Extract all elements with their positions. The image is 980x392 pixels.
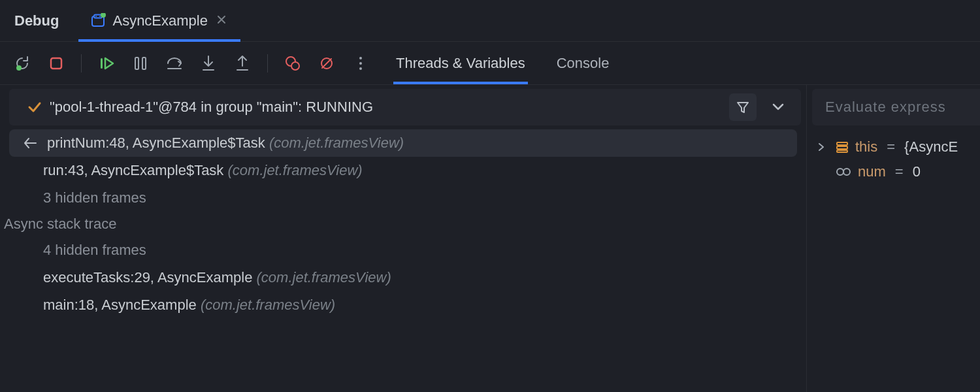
frame-text: run:43, AsyncExample$Task — [43, 162, 223, 178]
drop-frame-icon — [24, 136, 38, 150]
variable-row[interactable]: num = 0 — [817, 159, 980, 184]
more-button[interactable] — [351, 54, 370, 73]
app-icon — [90, 13, 106, 29]
svg-line-18 — [322, 59, 331, 68]
svg-point-27 — [843, 169, 850, 175]
svg-point-20 — [359, 62, 362, 65]
resume-button[interactable] — [97, 54, 116, 73]
view-breakpoints-button[interactable] — [284, 54, 302, 73]
frame-text: printNum:48, AsyncExample$Task — [47, 135, 265, 151]
thread-selector[interactable]: "pool-1-thread-1"@784 in group "main": R… — [9, 89, 801, 125]
step-into-button[interactable] — [199, 54, 218, 73]
close-icon[interactable] — [214, 11, 229, 30]
variables-list: this = {{AsyncEAsyncE num = 0 — [807, 129, 980, 184]
check-icon — [27, 100, 42, 114]
chevron-right-icon[interactable] — [817, 139, 829, 155]
svg-point-21 — [359, 67, 362, 70]
svg-rect-8 — [135, 57, 139, 69]
stack-frame[interactable]: main:18, AsyncExample (com.jet.framesVie… — [0, 291, 806, 319]
hidden-frames-label[interactable]: 3 hidden frames — [0, 184, 806, 212]
stack-frame[interactable]: run:43, AsyncExample$Task (com.jet.frame… — [0, 157, 806, 184]
tool-window-title: Debug — [0, 12, 78, 29]
svg-point-26 — [837, 169, 843, 175]
frame-package: (com.jet.framesView) — [228, 162, 363, 178]
svg-rect-25 — [837, 150, 847, 152]
svg-point-5 — [16, 65, 22, 71]
svg-point-2 — [95, 16, 97, 17]
chevron-down-icon[interactable] — [764, 93, 792, 121]
thread-text: "pool-1-thread-1"@784 in group "main": R… — [50, 99, 373, 116]
object-icon — [836, 140, 849, 154]
watch-icon — [836, 167, 851, 176]
tab-threads-variables[interactable]: Threads & Variables — [393, 42, 528, 84]
frames-list: printNum:48, AsyncExample$Task (com.jet.… — [0, 129, 806, 392]
stop-button[interactable] — [47, 54, 65, 73]
async-stack-trace-label: Async stack trace — [0, 212, 806, 237]
stack-frame[interactable]: executeTasks:29, AsyncExample (com.jet.f… — [0, 264, 806, 291]
step-out-button[interactable] — [233, 54, 252, 73]
svg-point-16 — [291, 62, 299, 70]
svg-rect-23 — [837, 142, 847, 145]
evaluate-expression-input[interactable]: Evaluate express — [812, 89, 980, 125]
hidden-frames-label[interactable]: 4 hidden frames — [0, 237, 806, 264]
run-config-tab[interactable]: AsyncExample — [78, 0, 240, 41]
frames-panel: "pool-1-thread-1"@784 in group "main": R… — [0, 85, 807, 392]
variable-name: this — [855, 139, 877, 155]
variable-row[interactable]: this = {{AsyncEAsyncE — [817, 135, 980, 159]
mute-breakpoints-button[interactable] — [318, 54, 336, 73]
frame-text: executeTasks:29, AsyncExample — [43, 269, 252, 286]
variables-panel: Evaluate express this = {{AsyncEAsyncE n… — [807, 85, 980, 392]
debug-tool-window-header: Debug AsyncExample — [0, 0, 980, 42]
svg-rect-9 — [142, 57, 146, 69]
svg-point-19 — [359, 57, 362, 59]
frame-package: (com.jet.framesView) — [269, 135, 404, 151]
frame-text: main:18, AsyncExample — [43, 297, 197, 313]
step-over-button[interactable] — [165, 54, 184, 73]
tab-console[interactable]: Console — [554, 42, 612, 84]
filter-button[interactable] — [729, 93, 757, 121]
frame-package: (com.jet.framesView) — [201, 297, 335, 313]
svg-point-3 — [99, 16, 101, 17]
pause-button[interactable] — [131, 54, 150, 73]
debugger-main: "pool-1-thread-1"@784 in group "main": R… — [0, 85, 980, 392]
variable-value: {{AsyncEAsyncE — [904, 139, 958, 155]
svg-rect-6 — [51, 58, 61, 69]
run-config-tab-label: AsyncExample — [112, 12, 208, 29]
variable-value: 0 — [913, 163, 921, 180]
separator — [267, 54, 268, 73]
variable-name: num — [858, 163, 886, 180]
svg-rect-7 — [101, 58, 103, 69]
debugger-toolbar: Threads & Variables Console — [0, 42, 980, 85]
debugger-subtabs: Threads & Variables Console — [393, 42, 612, 84]
frame-package: (com.jet.framesView) — [257, 269, 391, 286]
stack-frame[interactable]: printNum:48, AsyncExample$Task (com.jet.… — [9, 129, 797, 157]
svg-rect-24 — [837, 146, 847, 149]
rerun-button[interactable] — [13, 54, 31, 73]
separator — [81, 54, 82, 73]
